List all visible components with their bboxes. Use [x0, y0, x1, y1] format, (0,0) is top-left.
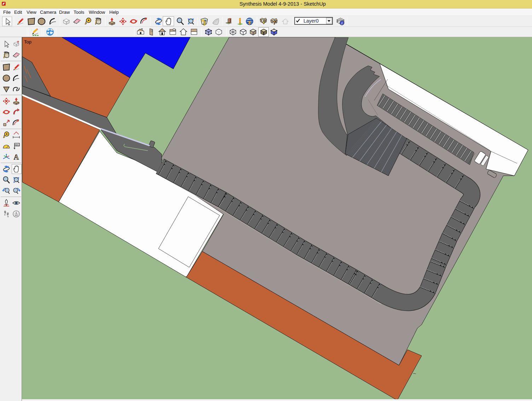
svg-text:Top: Top: [24, 39, 31, 45]
